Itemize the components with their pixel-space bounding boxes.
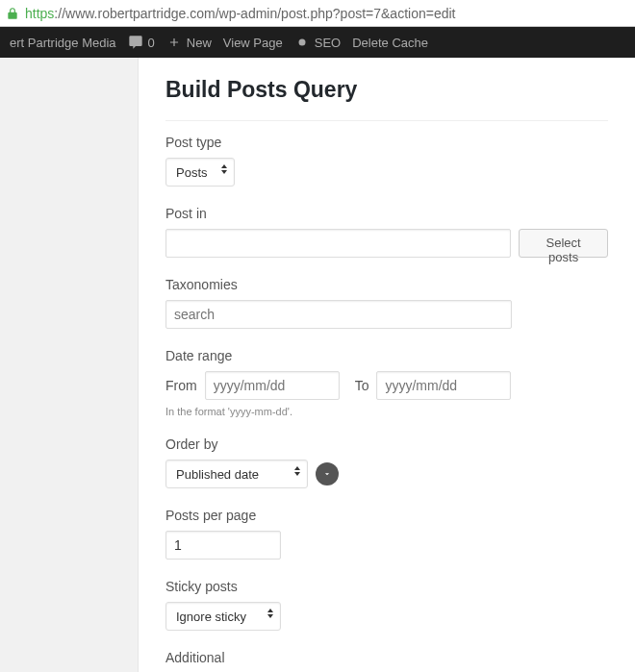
post-type-label: Post type — [165, 135, 608, 150]
date-from-input[interactable] — [205, 371, 340, 400]
comment-icon — [128, 35, 143, 50]
svg-point-0 — [298, 39, 305, 46]
field-sticky: Sticky posts Ignore sticky — [165, 579, 608, 631]
url-text: https://www.robertpartridge.com/wp-admin… — [25, 6, 455, 21]
order-by-select[interactable]: Published date — [165, 460, 308, 488]
from-label: From — [165, 378, 197, 393]
date-to-input[interactable] — [376, 371, 511, 400]
sticky-select[interactable]: Ignore sticky — [165, 602, 281, 631]
field-post-type: Post type Posts — [165, 135, 608, 187]
field-post-in: Post in Select posts — [165, 206, 608, 258]
date-range-hint: In the format 'yyyy-mm-dd'. — [165, 406, 608, 417]
post-type-select[interactable]: Posts — [165, 158, 235, 187]
field-date-range: Date range From To In the format 'yyyy-m… — [165, 348, 608, 417]
panel: Build Posts Query Post type Posts Post i… — [139, 58, 635, 672]
date-range-label: Date range — [165, 348, 608, 363]
sticky-label: Sticky posts — [165, 579, 608, 594]
lock-icon — [6, 7, 19, 20]
field-order-by: Order by Published date — [165, 436, 608, 488]
post-in-label: Post in — [165, 206, 608, 221]
posts-per-page-input[interactable] — [165, 531, 281, 560]
post-in-input[interactable] — [165, 229, 511, 258]
plus-icon — [166, 35, 182, 50]
order-direction-button[interactable] — [316, 462, 339, 485]
seo-icon — [294, 35, 310, 50]
field-taxonomies: Taxonomies — [165, 277, 608, 329]
additional-label: Additional — [165, 650, 608, 665]
browser-url-bar: https://www.robertpartridge.com/wp-admin… — [0, 0, 635, 27]
admin-seo[interactable]: SEO — [294, 35, 341, 50]
select-posts-button[interactable]: Select posts — [519, 229, 608, 258]
to-label: To — [355, 378, 369, 393]
admin-site-name[interactable]: ert Partridge Media — [10, 36, 116, 50]
admin-delete-cache[interactable]: Delete Cache — [352, 36, 428, 50]
sidebar-gutter — [0, 58, 139, 672]
chevron-down-icon — [322, 469, 332, 479]
admin-new[interactable]: New — [166, 35, 212, 50]
field-additional: Additional Additional query arguments. S… — [165, 650, 608, 672]
taxonomies-label: Taxonomies — [165, 277, 608, 292]
admin-comments[interactable]: 0 — [128, 35, 155, 50]
panel-title: Build Posts Query — [165, 77, 608, 121]
posts-per-page-label: Posts per page — [165, 508, 608, 523]
taxonomies-input[interactable] — [165, 300, 512, 329]
field-posts-per-page: Posts per page — [165, 508, 608, 560]
order-by-label: Order by — [165, 436, 608, 452]
wp-admin-bar: ert Partridge Media 0 New View Page SEO … — [0, 27, 635, 58]
admin-view-page[interactable]: View Page — [223, 36, 283, 50]
